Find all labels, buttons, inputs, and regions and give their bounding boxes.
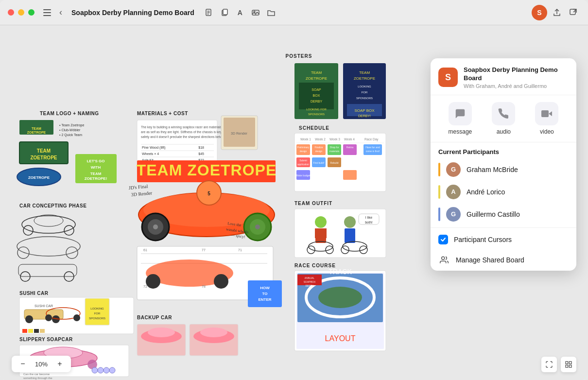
svg-text:• Team Zoetrope: • Team Zoetrope (59, 123, 84, 127)
svg-text:ZOETROPE: ZOETROPE (354, 76, 375, 81)
collab-board-info: Soapbox Derby Planning Demo Board With G… (464, 66, 569, 89)
external-link-button[interactable] (567, 6, 580, 19)
svg-text:come in first!: come in first! (366, 150, 380, 153)
svg-text:71: 71 (238, 248, 242, 252)
collab-logo: S (438, 68, 458, 87)
video-icon (535, 102, 558, 125)
svg-text:$18: $18 (198, 146, 204, 149)
checkbox-checked-icon (438, 235, 448, 244)
document-icon[interactable] (202, 6, 216, 19)
svg-point-120 (109, 367, 115, 373)
svg-text:ANNUAL: ANNUAL (305, 276, 315, 279)
user-avatar-button[interactable]: S (532, 5, 547, 20)
svg-point-110 (73, 314, 80, 321)
svg-text:Submit: Submit (299, 159, 307, 162)
audio-action[interactable]: audio (492, 102, 515, 135)
divider (431, 227, 576, 228)
svg-rect-2 (43, 15, 51, 16)
collab-actions: message audio (431, 95, 576, 142)
svg-text:SOAP: SOAP (311, 88, 321, 91)
svg-text:TEAM: TEAM (359, 70, 370, 75)
audio-icon (492, 102, 515, 125)
svg-point-117 (92, 367, 98, 373)
svg-text:DERBY: DERBY (311, 100, 322, 103)
svg-text:72: 72 (143, 285, 147, 288)
svg-text:DERBY!: DERBY! (358, 114, 371, 118)
svg-text:Finalize: Finalize (314, 146, 323, 149)
team-outfit-section: TEAM OUTFIT I like both! (294, 201, 386, 258)
posters-section: POSTERS TEAM ZOETROPE SOAP BOX DERBY LOO… (286, 53, 386, 119)
close-button[interactable] (8, 9, 14, 16)
fit-to-screen-button[interactable] (541, 357, 557, 372)
svg-text:Shop for: Shop for (330, 146, 339, 149)
svg-text:Week 2: Week 2 (315, 138, 326, 141)
maximize-button[interactable] (28, 9, 35, 16)
svg-point-207 (148, 328, 175, 337)
toolbar-tools: A (202, 6, 278, 19)
svg-text:both!: both! (365, 221, 373, 224)
svg-rect-217 (566, 365, 568, 367)
participant-avatar: G (446, 162, 461, 177)
svg-text:ZOETROPE!: ZOETROPE! (85, 176, 107, 181)
app-window: ‹ Soapbox Derby Planning Demo Board A (0, 0, 588, 380)
svg-text:Wheels × 4: Wheels × 4 (142, 152, 159, 155)
svg-text:Can the car become: Can the car become (23, 373, 50, 376)
manage-shared-board-option[interactable]: Manage Shared Board (431, 249, 576, 271)
svg-text:SOAPBOX: SOAPBOX (304, 280, 316, 283)
copy-icon[interactable] (218, 6, 231, 19)
zoom-in-button[interactable]: + (54, 359, 65, 369)
board-canvas[interactable]: TEAM LOGO + NAMING TEAM ZOETROPE • Team … (0, 25, 423, 380)
sidebar-toggle-button[interactable] (40, 6, 54, 19)
participant-guillermo: G Guillermo Castillo (431, 203, 576, 225)
grid-view-button[interactable] (561, 357, 576, 372)
svg-rect-216 (569, 362, 571, 364)
svg-point-61 (153, 225, 158, 229)
svg-rect-8 (223, 9, 227, 15)
svg-text:SPONSORS: SPONSORS (89, 317, 105, 320)
svg-point-180 (344, 216, 356, 228)
svg-rect-100 (22, 329, 27, 333)
message-label: message (449, 128, 472, 135)
zoom-out-button[interactable]: − (17, 359, 28, 369)
participant-cursors-option[interactable]: Participant Cursors (431, 230, 576, 249)
participant-avatar: G (446, 207, 461, 222)
svg-rect-173 (343, 170, 357, 180)
svg-marker-212 (549, 111, 552, 116)
svg-text:CAR CONCEPTING PHASE: CAR CONCEPTING PHASE (19, 203, 86, 208)
svg-text:LOOKING: LOOKING (90, 307, 104, 310)
canvas-area[interactable]: TEAM LOGO + NAMING TEAM ZOETROPE • Team … (0, 25, 588, 380)
svg-text:ZOETROPE: ZOETROPE (27, 131, 46, 134)
text-icon[interactable]: A (233, 6, 247, 19)
svg-text:• Club-Wöbler: • Club-Wöbler (59, 128, 81, 132)
svg-text:SOAP BOX: SOAP BOX (354, 108, 375, 113)
svg-rect-213 (541, 110, 549, 117)
svg-text:Rebuild: Rebuild (330, 161, 339, 164)
svg-text:Race Day: Race Day (364, 138, 379, 141)
svg-rect-11 (570, 9, 575, 15)
svg-rect-1 (43, 12, 51, 13)
participant-color-indicator (438, 207, 440, 221)
svg-text:• 2 Quick Team: • 2 Quick Team (59, 133, 82, 137)
bottom-right-toolbar (541, 357, 576, 372)
message-action[interactable]: message (449, 102, 472, 135)
svg-text:TEAM: TEAM (90, 172, 102, 176)
svg-rect-103 (40, 329, 45, 333)
svg-text:LET'S GO: LET'S GO (86, 159, 104, 163)
svg-text:ZOETROPE: ZOETROPE (30, 155, 57, 160)
svg-text:FOR: FOR (362, 91, 368, 94)
participant-name: Graham McBride (467, 166, 518, 173)
svg-text:Retina: Retina (346, 146, 354, 149)
svg-text:BACKUP CAR: BACKUP CAR (137, 315, 172, 320)
back-button[interactable]: ‹ (54, 6, 68, 19)
svg-text:Week 3: Week 3 (329, 138, 340, 141)
participants-section-title: Current Participants (431, 142, 576, 158)
minimize-button[interactable] (18, 9, 24, 16)
zoom-level-display[interactable]: 10% (32, 361, 51, 368)
svg-text:POSTERS: POSTERS (286, 53, 312, 59)
folder-icon[interactable] (264, 6, 278, 19)
share-button[interactable] (550, 6, 564, 19)
svg-point-70 (214, 274, 228, 289)
video-action[interactable]: video (535, 102, 558, 135)
image-icon[interactable] (249, 6, 262, 19)
svg-text:Week 4: Week 4 (344, 138, 355, 141)
